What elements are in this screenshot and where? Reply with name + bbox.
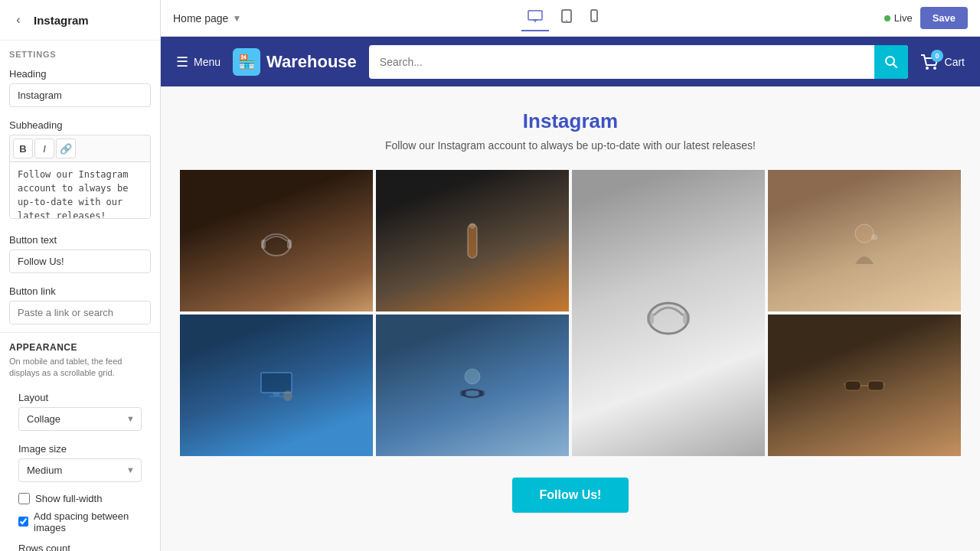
store-header: ☰ Menu 🏪 Warehouse 0 Cart (161, 37, 980, 86)
button-text-input[interactable] (9, 249, 151, 273)
heading-input[interactable] (9, 83, 151, 107)
page-selector-chevron: ▼ (232, 13, 241, 24)
subheading-label: Subheading (9, 119, 151, 131)
brand-name: Warehouse (266, 52, 357, 72)
tablet-device-button[interactable] (555, 5, 578, 31)
appearance-desc: On mobile and tablet, the feed displays … (9, 356, 151, 380)
grid-item-6 (376, 315, 569, 456)
instagram-section: Instagram Follow our Instagram account t… (180, 109, 961, 513)
svg-rect-17 (647, 312, 654, 324)
photo-bottle (376, 170, 569, 311)
top-bar: Home page ▼ Live Save (161, 0, 980, 37)
button-text-label: Button text (9, 234, 151, 246)
preview-content: Instagram Follow our Instagram account t… (161, 86, 980, 551)
live-dot (884, 15, 890, 21)
svg-point-28 (479, 390, 485, 396)
subheading-group: Subheading B I 🔗 Follow our Instagram ac… (0, 115, 160, 230)
svg-point-20 (871, 234, 877, 240)
svg-rect-18 (683, 312, 690, 324)
button-link-label: Button link (9, 285, 151, 297)
layout-label: Layout (18, 392, 142, 403)
add-spacing-checkbox[interactable] (18, 516, 28, 527)
appearance-section: APPEARANCE On mobile and tablet, the fee… (0, 332, 160, 551)
page-name: Home page (173, 12, 228, 24)
follow-button[interactable]: Follow Us! (512, 478, 629, 513)
settings-panel: ‹ Instagram SETTINGS Heading Subheading … (0, 0, 161, 551)
svg-rect-13 (287, 240, 292, 249)
add-spacing-group: Add spacing between images (9, 507, 151, 536)
rows-count-label: Rows count (9, 536, 151, 551)
mobile-device-button[interactable] (584, 5, 604, 31)
search-input[interactable] (369, 48, 874, 76)
live-indicator: Live (884, 12, 913, 24)
top-bar-right: Live Save (884, 7, 968, 29)
grid-item-large (572, 170, 765, 456)
photo-headphones-marshall (180, 170, 373, 311)
layout-select-wrapper: Collage Grid Masonry ▼ (18, 407, 142, 431)
image-size-select[interactable]: Small Medium Large (18, 458, 142, 482)
instagram-subheading: Follow our Instagram account to always b… (180, 139, 961, 152)
svg-rect-0 (528, 11, 542, 20)
hamburger-icon: ☰ (176, 54, 188, 70)
logo-icon: 🏪 (233, 48, 260, 76)
cart-count: 0 (931, 50, 943, 62)
photo-sunglasses (768, 315, 961, 456)
show-full-width-checkbox[interactable] (18, 493, 30, 504)
photo-person (768, 170, 961, 311)
panel-title: Instagram (34, 14, 89, 27)
rich-text-toolbar: B I 🔗 (9, 135, 151, 161)
grid-item-4 (768, 170, 961, 311)
follow-button-container: Follow Us! (180, 478, 961, 513)
search-button[interactable] (874, 45, 908, 79)
svg-point-11 (263, 234, 290, 256)
instagram-heading: Instagram (180, 109, 961, 133)
save-button[interactable]: Save (920, 7, 968, 29)
show-full-width-label[interactable]: Show full-width (35, 493, 102, 504)
settings-section-label: SETTINGS (0, 41, 160, 64)
add-spacing-label[interactable]: Add spacing between images (34, 510, 142, 533)
svg-point-15 (469, 223, 475, 229)
show-full-width-group: Show full-width (9, 490, 151, 507)
layout-select[interactable]: Collage Grid Masonry (18, 407, 142, 431)
svg-rect-22 (273, 393, 279, 396)
appearance-title: APPEARANCE (9, 342, 151, 353)
desktop-device-button[interactable] (521, 5, 549, 31)
svg-rect-21 (261, 373, 292, 393)
link-button[interactable]: 🔗 (56, 139, 76, 158)
menu-button[interactable]: ☰ Menu (176, 54, 220, 70)
live-label: Live (894, 12, 913, 24)
svg-point-24 (283, 390, 292, 401)
grid-item-5 (180, 315, 373, 456)
image-size-label: Image size (18, 443, 142, 455)
svg-rect-14 (468, 224, 477, 258)
grid-item-1 (180, 170, 373, 311)
svg-rect-12 (261, 240, 266, 249)
svg-point-27 (460, 390, 466, 396)
svg-rect-29 (845, 381, 861, 390)
image-size-group: Image size Small Medium Large ▼ (9, 439, 151, 490)
photo-headphones-large (572, 170, 765, 456)
svg-line-8 (893, 64, 897, 67)
svg-point-10 (933, 67, 936, 70)
svg-point-6 (593, 19, 594, 20)
grid-item-2 (376, 170, 569, 311)
button-text-group: Button text (0, 230, 160, 281)
store-logo: 🏪 Warehouse (233, 48, 357, 76)
subheading-textarea[interactable]: Follow our Instagram account to always b… (9, 161, 151, 219)
svg-point-25 (465, 369, 480, 384)
svg-rect-30 (868, 381, 884, 390)
button-link-group: Button link (0, 281, 160, 332)
layout-group: Layout Collage Grid Masonry ▼ (9, 387, 151, 439)
page-selector[interactable]: Home page ▼ (173, 12, 241, 24)
cart-label: Cart (945, 56, 965, 68)
back-button[interactable]: ‹ (9, 11, 28, 29)
device-icons (250, 5, 874, 31)
image-grid (180, 170, 961, 456)
italic-button[interactable]: I (34, 139, 54, 158)
svg-rect-23 (269, 396, 284, 397)
cart-button[interactable]: 0 Cart (920, 54, 965, 70)
button-link-input[interactable] (9, 301, 151, 324)
photo-headphones-neck (376, 315, 569, 456)
photo-tv-room (180, 315, 373, 456)
bold-button[interactable]: B (13, 139, 33, 158)
